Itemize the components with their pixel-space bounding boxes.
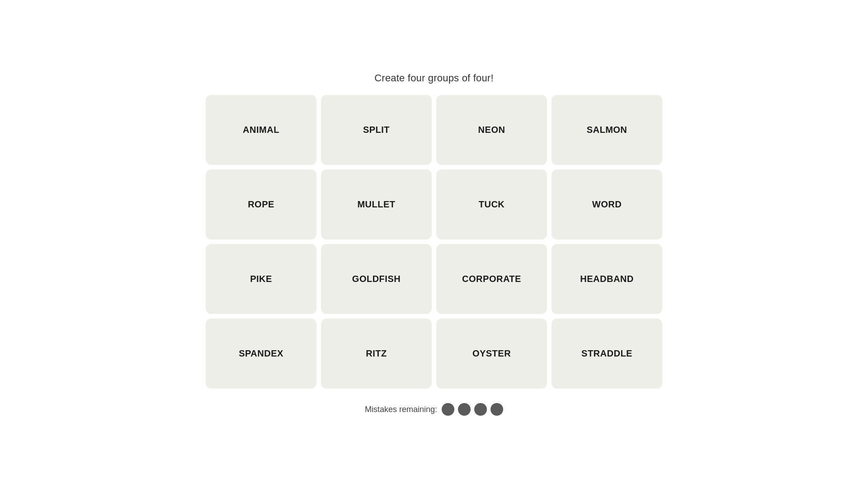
tile-mullet[interactable]: MULLET	[321, 169, 432, 239]
tile-label-pike: PIKE	[250, 274, 272, 284]
tile-label-neon: NEON	[478, 125, 505, 135]
tile-salmon[interactable]: SALMON	[552, 95, 662, 165]
tile-rope[interactable]: ROPE	[206, 169, 316, 239]
mistake-dot-2	[458, 403, 471, 416]
tile-label-oyster: OYSTER	[472, 348, 511, 359]
tile-neon[interactable]: NEON	[436, 95, 547, 165]
mistake-dot-1	[442, 403, 454, 416]
tile-oyster[interactable]: OYSTER	[436, 319, 547, 389]
tile-label-spandex: SPANDEX	[239, 348, 283, 359]
tile-label-mullet: MULLET	[357, 199, 395, 210]
tile-goldfish[interactable]: GOLDFISH	[321, 244, 432, 314]
mistakes-label: Mistakes remaining:	[365, 405, 437, 414]
tile-grid: ANIMALSPLITNEONSALMONROPEMULLETTUCKWORDP…	[206, 95, 662, 389]
tile-pike[interactable]: PIKE	[206, 244, 316, 314]
game-subtitle: Create four groups of four!	[374, 72, 493, 84]
tile-label-split: SPLIT	[363, 125, 390, 135]
tile-spandex[interactable]: SPANDEX	[206, 319, 316, 389]
tile-word[interactable]: WORD	[552, 169, 662, 239]
tile-corporate[interactable]: CORPORATE	[436, 244, 547, 314]
tile-headband[interactable]: HEADBAND	[552, 244, 662, 314]
mistake-dot-4	[491, 403, 503, 416]
mistake-dot-3	[474, 403, 487, 416]
tile-label-corporate: CORPORATE	[462, 274, 521, 284]
tile-label-tuck: TUCK	[479, 199, 505, 210]
mistakes-area: Mistakes remaining:	[365, 403, 503, 416]
tile-label-headband: HEADBAND	[580, 274, 633, 284]
mistakes-dots	[442, 403, 503, 416]
tile-label-salmon: SALMON	[587, 125, 627, 135]
tile-ritz[interactable]: RITZ	[321, 319, 432, 389]
tile-label-animal: ANIMAL	[243, 125, 279, 135]
tile-label-goldfish: GOLDFISH	[352, 274, 401, 284]
tile-label-word: WORD	[592, 199, 622, 210]
game-container: Create four groups of four! ANIMALSPLITN…	[206, 72, 662, 416]
tile-straddle[interactable]: STRADDLE	[552, 319, 662, 389]
tile-label-rope: ROPE	[248, 199, 274, 210]
tile-tuck[interactable]: TUCK	[436, 169, 547, 239]
tile-split[interactable]: SPLIT	[321, 95, 432, 165]
tile-label-ritz: RITZ	[366, 348, 387, 359]
tile-label-straddle: STRADDLE	[581, 348, 632, 359]
tile-animal[interactable]: ANIMAL	[206, 95, 316, 165]
